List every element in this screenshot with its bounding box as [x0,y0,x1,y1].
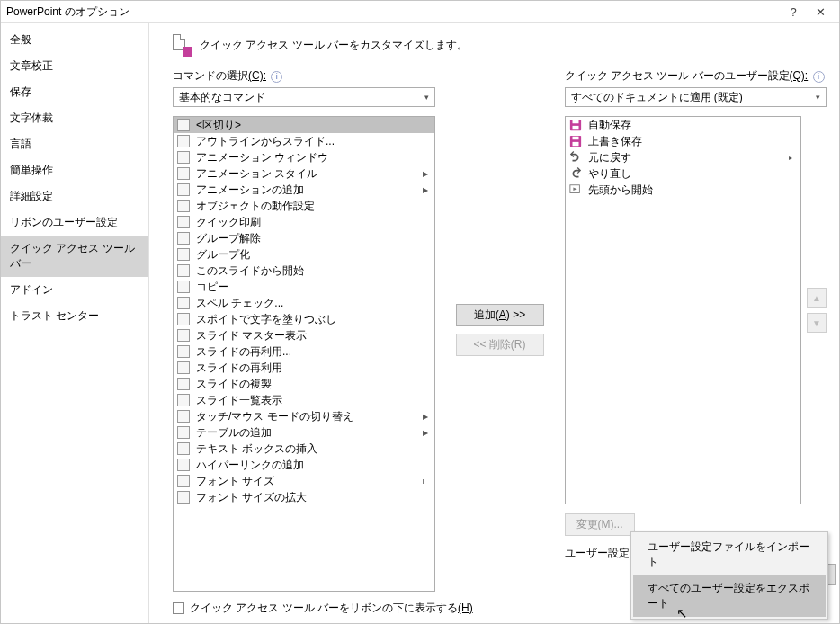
submenu-indicator: ▶ [423,170,432,178]
list-item[interactable]: コピー [174,279,434,295]
nav-item[interactable]: クイック アクセス ツール バー [1,236,148,277]
list-item[interactable]: 上書き保存 [566,133,801,149]
import-export-menu: ユーザー設定ファイルをインポートすべてのユーザー設定をエクスポート [630,531,828,620]
list-item[interactable]: フォント サイズI [174,473,434,489]
command-icon [568,118,583,132]
show-below-ribbon-label: クイック アクセス ツール バーをリボンの下に表示する(H) [190,601,473,616]
list-item[interactable]: 元に戻す▸ [566,149,801,165]
command-icon [176,183,191,197]
command-icon [176,247,191,262]
command-label: スポイトで文字を塗りつぶし [196,312,417,327]
choose-commands-select[interactable]: 基本的なコマンド▾ [173,87,435,107]
menu-item[interactable]: ユーザー設定ファイルをインポート [633,534,826,575]
category-nav: 全般文章校正保存文字体裁言語簡単操作詳細設定リボンのユーザー設定クイック アクセ… [1,23,149,623]
command-label: アウトラインからスライド... [196,134,417,149]
customizations-label: ユーザー設定: [565,546,632,561]
nav-item[interactable]: 文字体裁 [1,105,148,131]
command-label: スライドの再利用... [196,344,417,360]
list-item[interactable]: グループ解除 [174,230,434,246]
list-item[interactable]: スポイトで文字を塗りつぶし [174,311,434,327]
list-item[interactable]: スライド マスター表示 [174,327,434,343]
list-item[interactable]: ハイパーリンクの追加 [174,457,434,473]
nav-item[interactable]: リボンのユーザー設定 [1,209,148,236]
list-item[interactable]: スペル チェック... [174,295,434,311]
list-item[interactable]: アウトラインからスライド... [174,133,434,149]
commands-column: コマンドの選択(C): i 基本的なコマンド▾ <区切り>アウトラインからスライ… [173,68,435,592]
list-item[interactable]: スライドの再利用... [174,343,434,360]
command-label: コピー [196,280,417,295]
command-label: アニメーション ウィンドウ [196,150,417,165]
command-icon [176,393,191,407]
dialog-title: PowerPoint のオプション [6,4,780,20]
submenu-indicator: ▶ [423,186,432,194]
list-item[interactable]: このスライドから開始 [174,263,434,279]
list-item[interactable]: フォント サイズの拡大 [174,489,434,505]
move-up-button: ▲ [807,288,827,308]
command-icon [176,474,191,488]
list-item[interactable]: クイック印刷 [174,214,434,230]
command-icon [568,183,583,197]
list-item[interactable]: グループ化 [174,246,434,263]
options-dialog: PowerPoint のオプション ? ✕ 全般文章校正保存文字体裁言語簡単操作… [0,0,840,624]
nav-item[interactable]: 文章校正 [1,53,148,79]
command-icon [176,377,191,391]
nav-item[interactable]: 全般 [1,27,148,53]
nav-item[interactable]: 詳細設定 [1,183,148,209]
command-label: クイック印刷 [196,215,417,230]
qat-scope-select[interactable]: すべてのドキュメントに適用 (既定)▾ [565,87,827,107]
command-icon [568,166,583,181]
command-icon [568,150,583,165]
panel-heading: クイック アクセス ツール バーをカスタマイズします。 [200,38,468,53]
command-label: グループ解除 [196,231,417,246]
list-item[interactable]: 自動保存 [566,117,801,133]
command-icon [176,215,191,229]
show-below-ribbon-checkbox[interactable] [173,602,184,614]
list-item[interactable]: アニメーション ウィンドウ [174,149,434,165]
command-icon [176,280,191,294]
qat-commands-listbox[interactable]: 自動保存上書き保存元に戻す▸やり直し先頭から開始 [565,116,802,504]
list-item[interactable]: やり直し [566,165,801,182]
list-item[interactable]: スライドの再利用 [174,360,434,376]
command-icon [176,409,191,423]
list-item[interactable]: アニメーションの追加▶ [174,182,434,198]
command-label: テキスト ボックスの挿入 [196,441,417,457]
list-item[interactable]: 先頭から開始 [566,182,801,198]
svg-rect-2 [572,120,578,124]
help-button[interactable]: ? [780,5,807,19]
add-button[interactable]: 追加(A) >> [456,304,544,326]
list-item[interactable]: テーブルの追加▶ [174,424,434,441]
nav-item[interactable]: トラスト センター [1,303,148,329]
info-icon[interactable]: i [271,71,282,83]
titlebar: PowerPoint のオプション ? ✕ [1,1,839,23]
command-label: 元に戻す [588,150,784,165]
list-item[interactable]: テキスト ボックスの挿入 [174,441,434,457]
menu-item[interactable]: すべてのユーザー設定をエクスポート [633,575,826,617]
qat-column: クイック アクセス ツール バーのユーザー設定(Q): i すべてのドキュメント… [565,68,827,592]
command-icon [176,490,191,504]
reorder-buttons: ▲ ▼ [807,116,827,504]
nav-item[interactable]: 保存 [1,79,148,105]
command-label: スペル チェック... [196,296,417,311]
list-item[interactable]: スライド一覧表示 [174,392,434,408]
command-icon [176,150,191,165]
panel-header: クイック アクセス ツール バーをカスタマイズします。 [173,34,827,56]
list-item[interactable]: オブジェクトの動作設定 [174,198,434,214]
list-item[interactable]: <区切り> [174,117,434,133]
nav-item[interactable]: 簡単操作 [1,157,148,183]
close-button[interactable]: ✕ [807,5,834,19]
list-item[interactable]: タッチ/マウス モードの切り替え▶ [174,408,434,424]
list-item[interactable]: スライドの複製 [174,376,434,392]
command-label: フォント サイズの拡大 [196,490,417,505]
available-commands-listbox[interactable]: <区切り>アウトラインからスライド...アニメーション ウィンドウアニメーション… [173,116,435,592]
list-item[interactable]: アニメーション スタイル▶ [174,165,434,182]
nav-item[interactable]: 言語 [1,131,148,157]
submenu-indicator: ▶ [423,429,432,437]
move-down-button: ▼ [807,313,827,333]
info-icon[interactable]: i [813,71,825,83]
command-icon [568,134,583,148]
command-label: <区切り> [196,118,417,133]
command-label: 上書き保存 [588,134,784,149]
command-icon [176,441,191,456]
command-icon [176,263,191,278]
nav-item[interactable]: アドイン [1,277,148,303]
